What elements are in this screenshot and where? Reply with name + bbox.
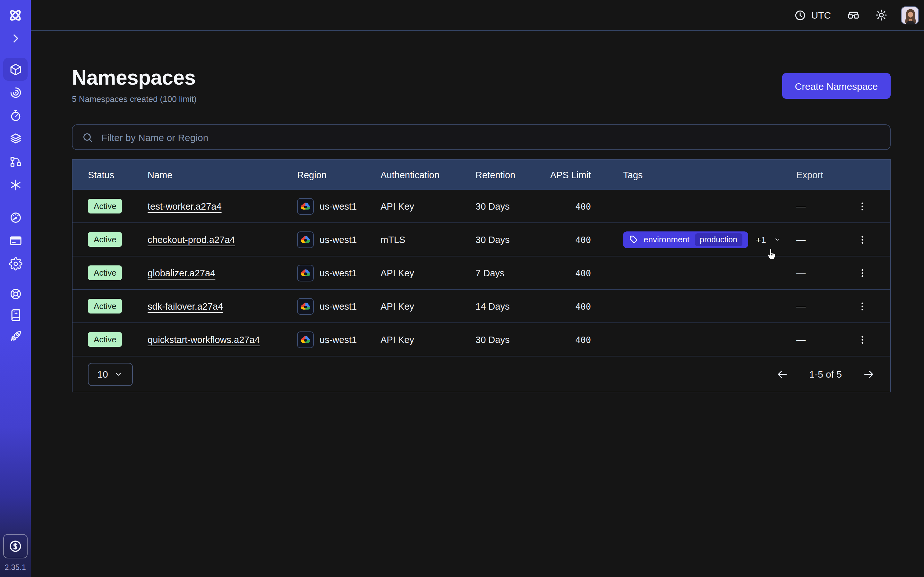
clock-icon: [794, 9, 806, 21]
sidebar-item-nexus[interactable]: [3, 150, 27, 173]
gcp-cloud-icon: [297, 331, 314, 348]
sidebar-item-schedules[interactable]: [3, 104, 27, 127]
gauge-icon: [9, 211, 22, 224]
pager-controls: 1-5 of 5: [774, 366, 877, 382]
cube-icon: [9, 63, 22, 76]
status-cell: Active: [88, 232, 148, 247]
glasses-icon: [846, 8, 861, 22]
topbar: UTC: [31, 0, 924, 31]
region-label: us-west1: [320, 301, 357, 311]
auth-cell: API Key: [381, 201, 475, 211]
export-cell: —: [781, 301, 847, 311]
page-subtitle: 5 Namespaces created (100 limit): [72, 94, 197, 104]
namespace-link[interactable]: test-worker.a27a4: [148, 201, 222, 211]
prev-page-button[interactable]: [774, 366, 790, 382]
user-avatar[interactable]: [901, 6, 919, 24]
sidebar-item-usage[interactable]: [3, 206, 27, 229]
status-cell: Active: [88, 266, 148, 280]
name-cell: checkout-prod.a27a4: [148, 234, 297, 245]
retention-cell: 14 Days: [475, 301, 546, 311]
sun-icon: [875, 8, 888, 22]
table-row: Active globalizer.a27a4 us-west1 API Key…: [73, 256, 890, 290]
page-size-value: 10: [97, 369, 108, 380]
filter-input[interactable]: [100, 131, 881, 143]
table-pagination: 10 1-5 of 5: [73, 356, 890, 392]
row-menu-button[interactable]: [854, 231, 871, 248]
namespace-link[interactable]: quickstart-workflows.a27a4: [148, 334, 260, 345]
arrow-left-icon: [776, 367, 788, 380]
table-header-row: StatusNameRegionAuthenticationRetentionA…: [73, 160, 890, 190]
name-cell: quickstart-workflows.a27a4: [148, 334, 297, 345]
page-size-select[interactable]: 10: [88, 363, 133, 386]
kebab-icon: [857, 334, 868, 345]
spiral-icon: [9, 85, 22, 99]
sidebar-item-get-started[interactable]: [3, 326, 27, 347]
sidebar-item-integrations[interactable]: [3, 173, 27, 196]
status-badge: Active: [88, 199, 122, 213]
main-content: Namespaces 5 Namespaces created (100 lim…: [31, 31, 924, 577]
sidebar-item-billing[interactable]: [3, 229, 27, 252]
timezone-selector[interactable]: UTC: [794, 9, 831, 21]
auth-cell: API Key: [381, 301, 475, 311]
gcp-cloud-icon: [297, 264, 314, 281]
export-cell: —: [781, 201, 847, 211]
chevron-right-icon: [9, 32, 22, 45]
tag-value: production: [695, 233, 742, 246]
auth-cell: API Key: [381, 268, 475, 278]
gcp-cloud-icon: [297, 231, 314, 248]
content-column: UTC Nam: [31, 0, 924, 577]
sidebar-item-deployments[interactable]: [3, 127, 27, 150]
region-cell: us-west1: [297, 264, 381, 281]
namespace-link[interactable]: sdk-failover.a27a4: [148, 301, 223, 311]
retention-cell: 30 Days: [475, 334, 546, 345]
region-label: us-west1: [320, 268, 357, 278]
row-menu-button[interactable]: [854, 264, 871, 281]
next-page-button[interactable]: [861, 366, 877, 382]
sidebar-expand-button[interactable]: [9, 31, 22, 46]
column-header: Tags: [591, 169, 781, 180]
namespace-link[interactable]: checkout-prod.a27a4: [148, 234, 235, 245]
avatar-portrait: [901, 7, 919, 24]
tag-icon: [629, 235, 638, 244]
region-cell: us-west1: [297, 331, 381, 348]
layers-icon: [9, 132, 22, 145]
tags-cell: environment production +1: [591, 231, 781, 248]
row-menu-button[interactable]: [854, 331, 871, 348]
region-label: us-west1: [320, 234, 357, 245]
row-menu-cell: [847, 298, 878, 314]
sidebar-item-workflows[interactable]: [3, 81, 27, 104]
sidebar-item-namespaces[interactable]: [3, 58, 27, 81]
table-row: Active quickstart-workflows.a27a4 us-wes…: [73, 323, 890, 356]
theme-toggle[interactable]: [875, 8, 888, 22]
tags-expand-chevron[interactable]: [774, 234, 781, 245]
page-title: Namespaces: [72, 67, 197, 89]
temporal-logo[interactable]: [7, 6, 24, 24]
sidebar-item-support[interactable]: [3, 284, 27, 305]
sidebar-item-docs[interactable]: [3, 305, 27, 326]
status-cell: Active: [88, 332, 148, 347]
lifebuoy-icon: [9, 287, 22, 301]
sidebar-footer: 2.35.1: [3, 534, 27, 577]
row-menu-button[interactable]: [854, 198, 871, 214]
column-header: Export: [781, 169, 847, 180]
sidebar-group: [3, 58, 27, 196]
column-header: Name: [148, 169, 297, 180]
export-cell: —: [781, 268, 847, 278]
name-cell: test-worker.a27a4: [148, 201, 297, 211]
sidebar-group: [3, 284, 27, 347]
tag-chip[interactable]: environment production: [623, 231, 748, 248]
row-menu-button[interactable]: [854, 298, 871, 314]
sidebar-nav: [3, 46, 27, 347]
namespace-link[interactable]: globalizer.a27a4: [148, 268, 215, 278]
retention-cell: 30 Days: [475, 201, 546, 211]
sidebar-item-settings[interactable]: [3, 252, 27, 275]
name-cell: globalizer.a27a4: [148, 268, 297, 278]
credits-button[interactable]: [3, 534, 27, 558]
table-body: Active test-worker.a27a4 us-west1 API Ke…: [73, 190, 890, 356]
timezone-label: UTC: [811, 10, 831, 21]
labs-mode-toggle[interactable]: [846, 8, 861, 22]
search-icon: [81, 131, 94, 143]
column-header: Region: [297, 169, 381, 180]
region-label: us-west1: [320, 201, 357, 211]
create-namespace-button[interactable]: Create Namespace: [782, 73, 891, 99]
